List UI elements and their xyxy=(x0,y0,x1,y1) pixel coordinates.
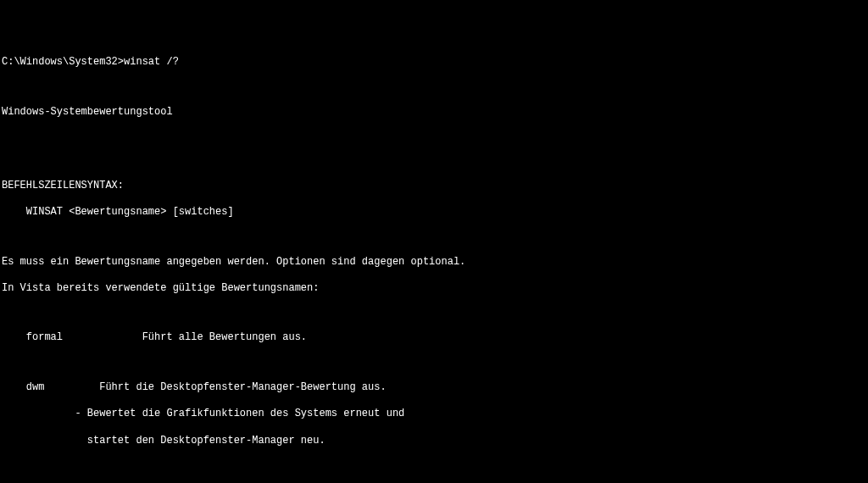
syntax-header: BEFEHLSZEILENSYNTAX: xyxy=(2,180,868,193)
terminal-line xyxy=(2,358,868,369)
syntax-usage: WINSAT <Bewertungsname> [switches] xyxy=(2,206,868,219)
terminal-title: Windows-Systembewertungstool xyxy=(2,106,868,119)
terminal-line xyxy=(2,461,868,471)
terminal-line xyxy=(2,308,868,319)
assessment-formal: formal Führt alle Bewertungen aus. xyxy=(2,331,868,345)
terminal-line xyxy=(2,156,868,166)
assessment-dwm-desc: startet den Desktopfenster-Manager neu. xyxy=(2,435,868,448)
terminal-prompt: C:\Windows\System32>winsat /? xyxy=(2,56,868,69)
terminal-line xyxy=(2,232,868,242)
assessment-dwm: dwm Führt die Desktopfenster-Manager-Bew… xyxy=(2,381,868,395)
requirement-text: Es muss ein Bewertungsname angegeben wer… xyxy=(2,256,868,269)
terminal-line xyxy=(2,83,868,93)
terminal-line xyxy=(2,132,868,142)
assessment-dwm-desc: - Bewertet die Grafikfunktionen des Syst… xyxy=(2,408,868,421)
requirement-text: In Vista bereits verwendete gültige Bewe… xyxy=(2,282,868,296)
